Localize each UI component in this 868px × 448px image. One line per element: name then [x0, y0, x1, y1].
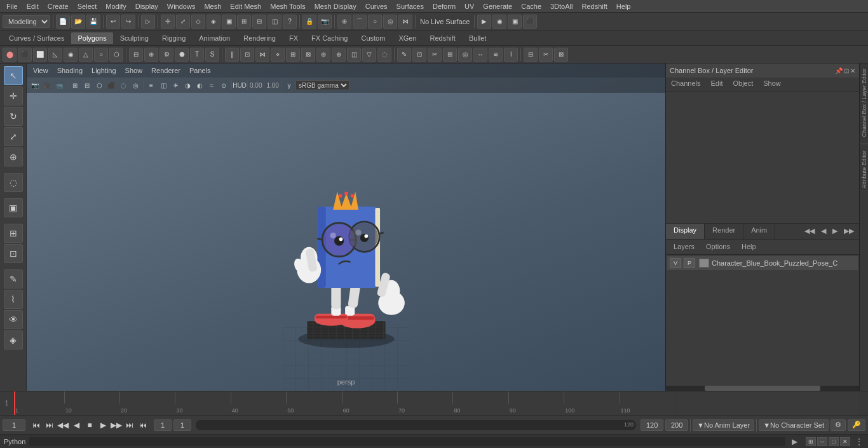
relax-button[interactable]: ≋ — [489, 48, 503, 62]
fill-hole-button[interactable]: ◫ — [347, 48, 361, 62]
timeline-slider[interactable]: 120 — [196, 420, 636, 430]
poly-cube-button[interactable]: ⬛ — [18, 48, 32, 62]
snap-together-button[interactable]: ⊞ — [4, 224, 23, 243]
rotate-tool-button[interactable]: ↻ — [4, 107, 23, 126]
show-hide-button[interactable]: 👁 — [4, 310, 23, 329]
measure-button[interactable]: ⊡ — [4, 244, 23, 263]
menu-display[interactable]: Display — [132, 1, 162, 11]
ipr-button[interactable]: ◉ — [492, 15, 506, 29]
snap-button[interactable]: ⊞ — [237, 15, 251, 29]
timeline-playhead[interactable] — [14, 391, 15, 415]
step-back-button[interactable]: ◀◀ — [57, 419, 69, 431]
tool6-button[interactable]: ? — [283, 15, 297, 29]
vp-camera-btn[interactable]: 📷 — [29, 79, 41, 91]
pen-tool-button[interactable]: ✎ — [397, 48, 411, 62]
layer-color-swatch[interactable] — [699, 259, 709, 268]
render-tab[interactable]: Render — [705, 224, 743, 239]
menu-edit-mesh[interactable]: Edit Mesh — [226, 1, 265, 11]
uv-unfold-button[interactable]: ⊟ — [524, 48, 538, 62]
separate-button[interactable]: ⊠ — [301, 48, 315, 62]
menu-edit[interactable]: Edit — [23, 1, 43, 11]
vp-grid-btn[interactable]: ⊞ — [69, 79, 81, 91]
connect-button[interactable]: ⊕ — [332, 48, 346, 62]
vp-cam2-btn[interactable]: 🎥 — [41, 79, 53, 91]
tab-curves-surfaces[interactable]: Curves / Surfaces — [3, 32, 71, 44]
vp-panels-menu[interactable]: Panels — [187, 65, 214, 76]
poly-plane-button[interactable]: ◺ — [48, 48, 62, 62]
vp-xray-btn[interactable]: ◎ — [130, 79, 141, 91]
poly-cyl-button[interactable]: ⬜ — [33, 48, 47, 62]
poly-gear-button[interactable]: ⚙ — [159, 48, 173, 62]
soft-select-tool-button[interactable]: ◌ — [4, 173, 23, 192]
tool5-button[interactable]: ◫ — [268, 15, 281, 29]
tab-channels[interactable]: Channels — [666, 78, 705, 91]
menu-mesh-tools[interactable]: Mesh Tools — [266, 1, 309, 11]
tab-xgen[interactable]: XGen — [392, 32, 423, 44]
menu-uv[interactable]: UV — [461, 1, 478, 11]
vp-shading-menu[interactable]: Shading — [55, 65, 85, 76]
soft-select-button[interactable]: ▣ — [222, 15, 236, 29]
layer-hscroll-thumb[interactable] — [705, 386, 820, 391]
poly-soccer-button[interactable]: ⬣ — [175, 48, 189, 62]
poly-cone-button[interactable]: △ — [79, 48, 93, 62]
vp-shadow-btn[interactable]: ◑ — [182, 79, 193, 91]
move-tool-button[interactable]: ✛ — [4, 86, 23, 105]
reduce-button[interactable]: ▽ — [362, 48, 376, 62]
uv-layout-button[interactable]: ⊠ — [554, 48, 568, 62]
menu-3dtoall[interactable]: 3DtoAll — [546, 1, 576, 11]
poly-pipe-button[interactable]: ⊟ — [129, 48, 143, 62]
gamma-select[interactable]: sRGB gamma — [295, 80, 349, 90]
step-forward-button[interactable]: ▶▶ — [110, 419, 123, 431]
playback-start-input[interactable] — [173, 419, 191, 431]
multi-cut-button[interactable]: ✂ — [428, 48, 442, 62]
snap-curve-button[interactable]: ⌒ — [353, 15, 367, 29]
menu-cache[interactable]: Cache — [517, 1, 545, 11]
layer-prev2-button[interactable]: ◀ — [818, 226, 829, 236]
vp-cam3-btn[interactable]: 📹 — [53, 79, 65, 91]
panel-pin-button[interactable]: 📌 — [835, 67, 843, 74]
frame-rate-input[interactable] — [665, 419, 688, 431]
goto-end-button[interactable]: ⏮ — [137, 419, 149, 431]
layer-visibility-button[interactable]: V — [670, 258, 681, 268]
timeline[interactable]: 1 1102030405060708090100110120 — [0, 391, 868, 415]
undo-button[interactable]: ↩ — [106, 15, 120, 29]
window-min[interactable]: ─ — [817, 437, 827, 446]
lock-button[interactable]: 🔒 — [302, 15, 316, 29]
play-forward-button[interactable]: ▶ — [97, 419, 109, 431]
poly-platonic-button[interactable]: ⬡ — [109, 48, 123, 62]
combine-button[interactable]: ⊞ — [286, 48, 300, 62]
redo-button[interactable]: ↪ — [121, 15, 135, 29]
quick-select-button[interactable]: ◈ — [4, 330, 23, 350]
merge-button[interactable]: ⋈ — [255, 48, 269, 62]
vp-dof-btn[interactable]: ⊙ — [218, 79, 229, 91]
menu-mesh-display[interactable]: Mesh Display — [311, 1, 360, 11]
universal-tool-button[interactable]: ⊕ — [4, 147, 23, 166]
menu-redshift[interactable]: Redshift — [578, 1, 611, 11]
menu-deform[interactable]: Deform — [429, 1, 459, 11]
vp-solid-btn[interactable]: ⬛ — [105, 79, 117, 91]
poly-sphere-button[interactable]: ⬤ — [3, 48, 17, 62]
menu-select[interactable]: Select — [74, 1, 101, 11]
open-file-button[interactable]: 📂 — [71, 15, 85, 29]
tab-fx-caching[interactable]: FX Caching — [305, 32, 354, 44]
snap-grid-button[interactable]: ⊕ — [337, 15, 351, 29]
snap-surface-button[interactable]: ◎ — [383, 15, 397, 29]
gamma-icon[interactable]: γ — [283, 79, 295, 91]
tab-sculpting[interactable]: Sculpting — [114, 32, 155, 44]
select-tool-button[interactable]: ↖ — [4, 66, 23, 85]
vp-ortho-btn[interactable]: ⊟ — [81, 79, 93, 91]
transform-button[interactable]: ✛ — [161, 15, 175, 29]
artisan-button[interactable]: ⌇ — [4, 290, 23, 309]
vp-isoline-btn[interactable]: ≡ — [146, 79, 157, 91]
insert-edge-button[interactable]: ⊡ — [412, 48, 426, 62]
attr-editor-strip-tab[interactable]: Attribute Editor — [861, 147, 867, 193]
menu-modify[interactable]: Modify — [102, 1, 130, 11]
window-max[interactable]: □ — [829, 437, 839, 446]
sculpt-button[interactable]: ⌇ — [504, 48, 518, 62]
menu-surfaces[interactable]: Surfaces — [393, 1, 428, 11]
vp-wireframe-btn[interactable]: ⬡ — [93, 79, 105, 91]
current-frame-input[interactable] — [3, 419, 25, 431]
window-thumb[interactable]: ⊞ — [806, 437, 816, 446]
vp-view-menu[interactable]: View — [31, 65, 51, 76]
paint-button[interactable]: ◈ — [207, 15, 220, 29]
